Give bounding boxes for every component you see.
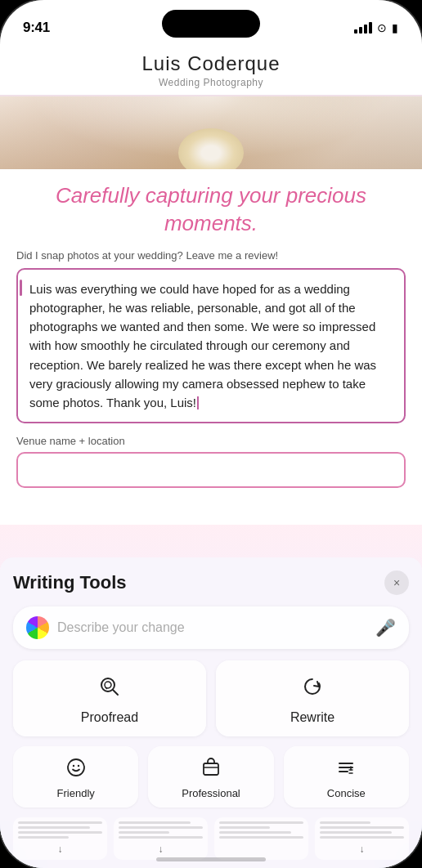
card-arrow-2: ↓ [159, 843, 164, 855]
writing-tools-cards-row: ↓ ↓ [13, 817, 409, 860]
card-line [18, 831, 102, 834]
site-subtitle: Wedding Photography [16, 77, 406, 88]
writing-tools-row-1: Proofread Rewrite [13, 660, 409, 736]
template-card-2[interactable]: ↓ [114, 817, 208, 860]
home-indicator [156, 857, 266, 861]
svg-line-3 [106, 687, 107, 689]
card-line [18, 826, 90, 829]
card-line [18, 821, 102, 824]
card-line [320, 831, 392, 834]
writing-tools-rainbow-icon [26, 616, 49, 639]
rewrite-label: Rewrite [290, 710, 334, 725]
writing-tools-panel: Writing Tools × Describe your change 🎤 [0, 557, 422, 868]
review-textarea[interactable]: Luis was everything we could have hoped … [16, 268, 406, 424]
card-lines-1 [18, 821, 102, 841]
writing-tools-row-2: Friendly Professional [13, 746, 409, 808]
rewrite-icon [301, 675, 324, 704]
card-line [219, 831, 291, 834]
proofread-label: Proofread [81, 710, 138, 725]
review-prompt: Did I snap photos at your wedding? Leave… [0, 246, 422, 268]
signal-bars-icon [354, 22, 372, 34]
card-line [320, 826, 404, 829]
card-line [119, 821, 191, 824]
card-lines-3 [219, 821, 303, 841]
tagline: Carefully capturing your precious moment… [0, 169, 422, 246]
page-content: Luis Coderque Wedding Photography Carefu… [0, 44, 422, 868]
professional-label: Professional [182, 787, 240, 799]
svg-point-5 [68, 759, 84, 776]
card-line [320, 821, 370, 824]
card-line [219, 826, 270, 829]
concise-icon [336, 758, 356, 782]
template-card-3[interactable] [214, 817, 308, 860]
writing-tools-search-bar[interactable]: Describe your change 🎤 [13, 606, 409, 649]
card-line [119, 836, 203, 839]
hero-flowers-decoration [178, 128, 244, 169]
template-card-4[interactable]: ↓ [315, 817, 409, 860]
card-line [219, 836, 303, 839]
hero-image [0, 96, 422, 169]
card-lines-4 [320, 821, 404, 841]
template-card-1[interactable]: ↓ [13, 817, 107, 860]
proofread-button[interactable]: Proofread [13, 660, 206, 736]
svg-point-7 [77, 765, 79, 767]
card-line [18, 836, 69, 839]
concise-label: Concise [327, 787, 366, 799]
text-cursor [197, 396, 199, 409]
writing-tools-close-button[interactable]: × [384, 570, 409, 595]
card-line [119, 831, 169, 834]
status-time: 9:41 [23, 20, 50, 36]
site-name: Luis Coderque [16, 52, 406, 75]
proofread-icon [98, 675, 121, 704]
rewrite-button[interactable]: Rewrite [216, 660, 409, 736]
dynamic-island [162, 10, 260, 38]
professional-icon [201, 758, 221, 782]
concise-button[interactable]: Concise [284, 746, 409, 808]
svg-line-1 [113, 690, 118, 695]
professional-button[interactable]: Professional [148, 746, 273, 808]
venue-label: Venue name + location [0, 432, 422, 452]
battery-icon: ▮ [392, 21, 399, 34]
card-line [119, 826, 203, 829]
card-arrow-4: ↓ [360, 843, 365, 855]
card-line [320, 836, 404, 839]
friendly-button[interactable]: Friendly [13, 746, 138, 808]
writing-tools-title: Writing Tools [13, 572, 127, 593]
card-lines-2 [119, 821, 203, 841]
card-arrow-1: ↓ [58, 843, 63, 855]
svg-rect-8 [204, 763, 218, 775]
venue-input[interactable] [16, 452, 406, 488]
svg-point-6 [72, 765, 74, 767]
friendly-icon [66, 758, 86, 782]
wifi-icon: ⊙ [377, 21, 387, 34]
page-header: Luis Coderque Wedding Photography [0, 44, 422, 96]
microphone-icon[interactable]: 🎤 [375, 618, 396, 638]
phone-frame: 9:41 ⊙ ▮ Luis Coderque Wedding Photograp… [0, 0, 422, 868]
friendly-label: Friendly [57, 787, 95, 799]
status-icons: ⊙ ▮ [354, 21, 399, 34]
review-text: Luis was everything we could have hoped … [29, 282, 376, 410]
writing-tools-header: Writing Tools × [13, 570, 409, 595]
writing-tools-search-placeholder: Describe your change [57, 620, 367, 635]
card-line [219, 821, 303, 824]
